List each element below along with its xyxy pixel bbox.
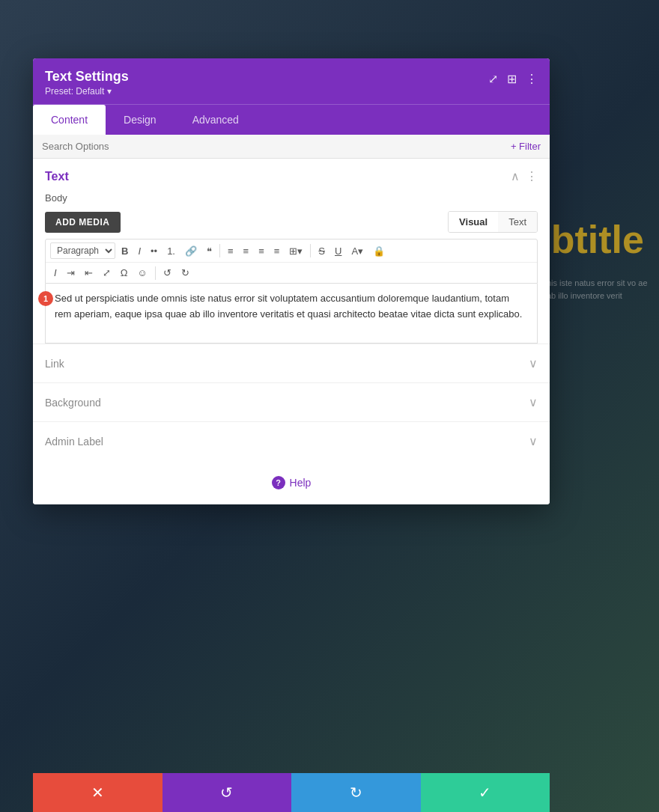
link-section[interactable]: Link ∨ xyxy=(33,344,550,382)
toolbar-sep1 xyxy=(219,244,220,257)
modal-panel: Text Settings Preset: Default ▾ ⤢ ⊞ ⋮ Co… xyxy=(33,58,550,504)
toolbar-ol[interactable]: 1. xyxy=(163,244,179,258)
toolbar-special-chars[interactable]: Ω xyxy=(117,266,132,280)
toolbar-indent-in[interactable]: ⇥ xyxy=(63,266,79,280)
toolbar-emoji[interactable]: ☺ xyxy=(133,266,151,280)
modal-header-icons: ⤢ ⊞ ⋮ xyxy=(488,72,538,86)
expand-icon[interactable]: ⤢ xyxy=(488,72,498,86)
text-toggle-button[interactable]: Text xyxy=(498,212,537,232)
modal-preset[interactable]: Preset: Default ▾ xyxy=(45,86,129,97)
toolbar-underline[interactable]: U xyxy=(331,244,345,258)
background-label: Background xyxy=(45,397,101,409)
add-media-row: ADD MEDIA Visual Text xyxy=(33,208,550,239)
search-input[interactable] xyxy=(42,141,511,152)
cancel-button[interactable]: ✕ xyxy=(33,773,163,812)
bottom-bar: ✕ ↺ ↻ ✓ xyxy=(33,773,550,812)
modal-title: Text Settings xyxy=(45,69,129,85)
paragraph-select[interactable]: Paragraph xyxy=(50,242,115,259)
visual-text-toggle: Visual Text xyxy=(448,211,538,233)
section-more-icon[interactable]: ⋮ xyxy=(526,169,538,183)
admin-label-label: Admin Label xyxy=(45,436,103,448)
more-icon[interactable]: ⋮ xyxy=(526,72,538,86)
modal-header: Text Settings Preset: Default ▾ ⤢ ⊞ ⋮ xyxy=(33,58,550,104)
toolbar-indent-out[interactable]: ⇤ xyxy=(81,266,97,280)
help-button[interactable]: ? Help xyxy=(272,476,312,489)
background-section[interactable]: Background ∨ xyxy=(33,382,550,421)
editor-indicator: 1 xyxy=(38,291,53,306)
body-text-bg: nis iste natus error sit vo ae ab illo i… xyxy=(539,269,659,309)
collapse-icon[interactable]: ∧ xyxy=(511,169,520,183)
undo-button[interactable]: ↺ xyxy=(163,773,292,812)
admin-chevron-icon: ∨ xyxy=(529,434,538,448)
toolbar-redo[interactable]: ↻ xyxy=(177,266,193,280)
columns-icon[interactable]: ⊞ xyxy=(507,72,517,86)
editor-text[interactable]: Sed ut perspiciatis unde omnis iste natu… xyxy=(55,291,528,323)
toolbar-ul[interactable]: •• xyxy=(147,244,161,258)
toolbar-align-left[interactable]: ≡ xyxy=(224,244,237,258)
toolbar-sep2 xyxy=(310,244,311,257)
help-section: ? Help xyxy=(33,460,550,504)
toolbar-row1: Paragraph B I •• 1. 🔗 ❝ ≡ ≡ ≡ ≡ ⊞▾ S U A… xyxy=(46,239,537,263)
link-label: Link xyxy=(45,358,64,370)
help-label: Help xyxy=(290,477,312,489)
toolbar-align-justify[interactable]: ≡ xyxy=(270,244,284,258)
toolbar-fullscreen[interactable]: ⤢ xyxy=(99,266,115,280)
toolbar-align-right[interactable]: ≡ xyxy=(255,244,268,258)
tabs-bar: Content Design Advanced xyxy=(33,104,550,135)
redo-button[interactable]: ↻ xyxy=(291,773,421,812)
toolbar-table[interactable]: ⊞▾ xyxy=(285,244,306,258)
save-button[interactable]: ✓ xyxy=(421,773,550,812)
toolbar-italic[interactable]: I xyxy=(134,244,145,258)
toolbar-row2: I ⇥ ⇤ ⤢ Ω ☺ ↺ ↻ xyxy=(46,263,537,283)
toolbar-undo[interactable]: ↺ xyxy=(160,266,175,280)
tab-design[interactable]: Design xyxy=(106,105,174,135)
search-bar: + Filter xyxy=(33,135,550,159)
toolbar-sep3 xyxy=(155,266,156,280)
modal-header-left: Text Settings Preset: Default ▾ xyxy=(45,69,129,97)
text-section-header: Text ∧ ⋮ xyxy=(33,159,550,189)
toolbar-color[interactable]: A▾ xyxy=(347,244,367,258)
visual-toggle-button[interactable]: Visual xyxy=(449,212,498,232)
editor-toolbar: Paragraph B I •• 1. 🔗 ❝ ≡ ≡ ≡ ≡ ⊞▾ S U A… xyxy=(45,239,538,284)
section-icons: ∧ ⋮ xyxy=(511,169,538,183)
tab-content[interactable]: Content xyxy=(33,105,106,135)
link-chevron-icon: ∨ xyxy=(529,356,538,370)
toolbar-link[interactable]: 🔗 xyxy=(181,244,201,258)
toolbar-quote[interactable]: ❝ xyxy=(203,244,216,258)
toolbar-italic2[interactable]: I xyxy=(50,266,61,280)
toolbar-lock[interactable]: 🔒 xyxy=(369,244,389,258)
body-label: Body xyxy=(33,189,550,208)
background-chevron-icon: ∨ xyxy=(529,395,538,409)
filter-button[interactable]: + Filter xyxy=(511,141,541,152)
toolbar-strikethrough[interactable]: S xyxy=(315,244,329,258)
text-section-title: Text xyxy=(45,170,69,183)
modal-body: Text ∧ ⋮ Body ADD MEDIA Visual Text Para… xyxy=(33,159,550,504)
admin-label-section[interactable]: Admin Label ∨ xyxy=(33,421,550,460)
editor-content[interactable]: 1 Sed ut perspiciatis unde omnis iste na… xyxy=(45,284,538,344)
add-media-button[interactable]: ADD MEDIA xyxy=(45,212,121,233)
tab-advanced[interactable]: Advanced xyxy=(174,105,257,135)
toolbar-bold[interactable]: B xyxy=(118,244,132,258)
help-circle-icon: ? xyxy=(272,476,285,489)
toolbar-align-center[interactable]: ≡ xyxy=(240,244,253,258)
